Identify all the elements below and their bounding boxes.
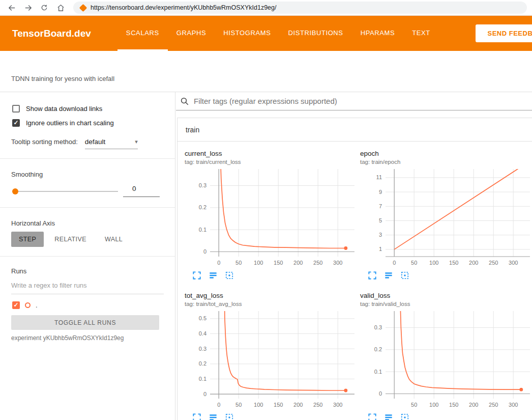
svg-text:0.5: 0.5 — [199, 315, 206, 321]
tab-scalars[interactable]: SCALARS — [117, 16, 168, 51]
svg-text:250: 250 — [489, 260, 498, 266]
svg-text:0.2: 0.2 — [199, 204, 206, 210]
tab-text[interactable]: TEXT — [403, 16, 439, 51]
show-download-checkbox[interactable] — [12, 105, 20, 113]
slider-track — [12, 191, 118, 192]
chart-toolbar — [367, 412, 532, 420]
svg-text:0.3: 0.3 — [374, 324, 382, 330]
svg-text:100: 100 — [254, 260, 263, 266]
divider — [0, 158, 175, 159]
svg-text:50: 50 — [235, 260, 242, 266]
chart-tag: tag: train/valid_loss — [360, 301, 532, 307]
slider-thumb[interactable] — [12, 188, 18, 194]
tag-group-header[interactable]: train — [178, 118, 532, 142]
ignore-outliers-row[interactable]: ✓ Ignore outliers in chart scaling — [12, 118, 114, 128]
axis-option-wall[interactable]: WALL — [97, 232, 130, 247]
experiment-caption: experiment yKUbhb5wRmOSXYkId1z9eg — [11, 334, 124, 342]
smoothing-label: Smoothing — [11, 171, 43, 178]
svg-text:11: 11 — [376, 174, 382, 180]
svg-text:0.2: 0.2 — [199, 360, 206, 367]
fit-domain-icon[interactable] — [224, 412, 234, 420]
ignore-outliers-checkbox[interactable]: ✓ — [12, 119, 20, 127]
back-icon[interactable] — [5, 1, 18, 14]
chart-card-current_loss: current_losstag: train/current_loss05010… — [185, 150, 357, 281]
svg-text:150: 150 — [449, 260, 458, 266]
svg-text:0.3: 0.3 — [199, 346, 206, 352]
tensorboard-favicon — [79, 4, 87, 12]
expand-icon[interactable] — [367, 270, 377, 281]
tooltip-sorting-select[interactable]: default ▾ — [85, 138, 138, 149]
runs-label: Runs — [11, 267, 26, 275]
svg-text:0.4: 0.4 — [199, 330, 206, 337]
tooltip-sorting-value: default — [85, 138, 106, 146]
chart-card-epoch: epochtag: train/epoch0501001502002503001… — [360, 150, 532, 281]
run-row[interactable]: ✓ . — [12, 300, 38, 310]
svg-text:0.1: 0.1 — [199, 376, 206, 382]
tooltip-sorting-label: Tooltip sorting method: — [11, 138, 78, 149]
divider — [0, 256, 175, 257]
horizontal-axis-label: Horizontal Axis — [11, 219, 55, 227]
ignore-outliers-label: Ignore outliers in chart scaling — [26, 119, 114, 127]
svg-text:150: 150 — [274, 260, 283, 266]
svg-text:250: 250 — [313, 402, 322, 408]
chart-card-tot_avg_loss: tot_avg_losstag: train/tot_avg_loss05010… — [185, 292, 357, 420]
axis-option-relative[interactable]: RELATIVE — [47, 232, 94, 247]
svg-text:5: 5 — [379, 217, 382, 223]
smoothing-slider[interactable] — [12, 188, 118, 195]
chart-tag: tag: train/epoch — [360, 159, 532, 165]
runs-selector-icon[interactable] — [208, 270, 218, 281]
reload-icon[interactable] — [38, 1, 51, 14]
svg-text:100: 100 — [254, 402, 263, 408]
fit-domain-icon[interactable] — [400, 270, 410, 281]
svg-text:300: 300 — [509, 402, 518, 408]
nav-tabs: SCALARSGRAPHSHISTOGRAMSDISTRIBUTIONSHPAR… — [117, 16, 439, 51]
expand-icon[interactable] — [367, 412, 377, 420]
chart-plot[interactable]: 05010015020025030000.10.20.30.40.5 — [185, 309, 357, 411]
charts-grid: current_losstag: train/current_loss05010… — [178, 142, 532, 420]
svg-text:250: 250 — [313, 260, 322, 266]
app-header: TensorBoard.dev SCALARSGRAPHSHISTOGRAMSD… — [0, 16, 532, 51]
chart-plot[interactable]: 05010015020025030000.10.20.3 — [185, 166, 357, 269]
svg-text:50: 50 — [411, 260, 417, 266]
toggle-all-runs-button[interactable]: TOGGLE ALL RUNS — [11, 315, 159, 330]
runs-filter-input[interactable]: Write a regex to filter runs — [11, 282, 164, 294]
chart-plot[interactable]: 5010015020025030000.10.20.3 — [360, 309, 532, 411]
svg-text:200: 200 — [293, 260, 303, 266]
browser-toolbar: https://tensorboard.dev/experiment/yKUbh… — [0, 0, 532, 16]
send-feedback-button[interactable]: SEND FEEDBACK — [476, 24, 532, 42]
tab-graphs[interactable]: GRAPHS — [168, 16, 215, 51]
svg-text:100: 100 — [429, 260, 438, 266]
svg-text:150: 150 — [449, 402, 458, 408]
svg-text:300: 300 — [333, 260, 342, 266]
svg-text:50: 50 — [235, 402, 242, 408]
tab-hparams[interactable]: HPARAMS — [352, 16, 404, 51]
svg-text:200: 200 — [293, 402, 303, 408]
tab-histograms[interactable]: HISTOGRAMS — [215, 16, 279, 51]
search-icon — [180, 97, 189, 106]
forward-icon[interactable] — [21, 1, 35, 14]
brand-title[interactable]: TensorBoard.dev — [0, 16, 103, 51]
svg-text:300: 300 — [509, 260, 518, 266]
run-checkbox[interactable]: ✓ — [12, 301, 20, 309]
svg-text:0: 0 — [393, 260, 396, 266]
svg-text:200: 200 — [469, 402, 478, 408]
chart-plot[interactable]: 0501001502002503001357911 — [360, 166, 532, 269]
home-icon[interactable] — [54, 1, 67, 14]
runs-selector-icon[interactable] — [383, 412, 394, 420]
axis-option-step[interactable]: STEP — [11, 232, 44, 247]
expand-icon[interactable] — [192, 270, 202, 281]
svg-text:0: 0 — [203, 248, 206, 255]
fit-domain-icon[interactable] — [400, 412, 410, 420]
show-download-row[interactable]: Show data download links — [12, 103, 102, 114]
expand-icon[interactable] — [192, 412, 202, 420]
address-bar[interactable]: https://tensorboard.dev/experiment/yKUbh… — [73, 2, 527, 14]
chart-toolbar — [192, 412, 357, 420]
svg-text:0: 0 — [217, 402, 220, 408]
smoothing-value[interactable]: 0 — [123, 185, 160, 197]
svg-text:0: 0 — [379, 390, 382, 397]
tag-filter[interactable]: Filter tags (regular expressions support… — [176, 92, 532, 110]
runs-selector-icon[interactable] — [383, 270, 394, 281]
tab-distributions[interactable]: DISTRIBUTIONS — [279, 16, 351, 51]
runs-selector-icon[interactable] — [208, 412, 218, 420]
fit-domain-icon[interactable] — [224, 270, 234, 281]
